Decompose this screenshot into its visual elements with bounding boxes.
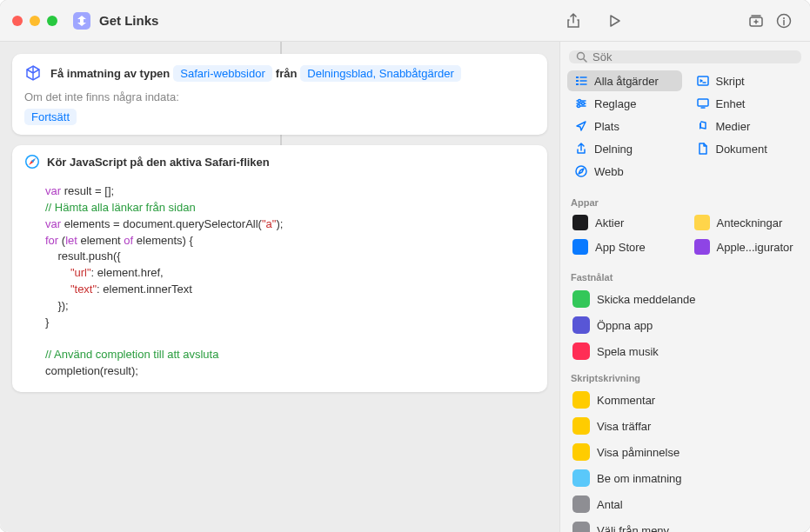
category-delning[interactable]: Delning — [567, 138, 682, 159]
action-item[interactable]: Be om inmatning — [560, 465, 810, 491]
svg-point-15 — [576, 166, 586, 176]
category-label: Enhet — [716, 97, 746, 110]
run-button[interactable] — [601, 9, 629, 33]
input-source-token[interactable]: Delningsblad, Snabbåtgärder — [300, 65, 460, 82]
category-label: Alla åtgärder — [594, 75, 659, 88]
action-icon — [572, 290, 590, 308]
svg-point-13 — [578, 105, 580, 108]
window-title: Get Links — [99, 13, 158, 28]
category-label: Skript — [716, 75, 745, 88]
app-label: Aktier — [595, 216, 624, 229]
traffic-lights — [12, 16, 57, 26]
action-icon — [572, 391, 590, 409]
close-button[interactable] — [12, 16, 23, 26]
doc-icon — [696, 142, 710, 156]
category-alla-åtgärder[interactable]: Alla åtgärder — [567, 70, 682, 91]
action-label: Kommentar — [597, 394, 655, 407]
app-item[interactable]: App Store — [567, 236, 682, 258]
action-label: Be om inmatning — [597, 472, 682, 485]
category-medier[interactable]: Medier — [689, 116, 804, 136]
action-icon — [572, 342, 590, 360]
action-item[interactable]: Öppna app — [560, 312, 810, 338]
titlebar: Get Links — [0, 0, 810, 42]
svg-point-3 — [783, 17, 785, 19]
svg-point-12 — [582, 103, 585, 105]
actions-sidebar: Alla åtgärderSkriptReglageEnhetPlatsMedi… — [559, 42, 810, 532]
svg-rect-8 — [576, 80, 579, 82]
safari-icon — [574, 164, 588, 178]
search-field[interactable] — [569, 50, 801, 63]
input-type-token[interactable]: Safari-webbsidor — [173, 65, 272, 82]
action-item[interactable]: Skicka meddelande — [560, 286, 810, 312]
maximize-button[interactable] — [47, 16, 57, 26]
action-icon — [572, 417, 590, 435]
safari-icon — [24, 154, 40, 170]
pinned-list: Skicka meddelandeÖppna appSpela musik — [560, 286, 810, 364]
app-item[interactable]: Apple...igurator — [689, 236, 804, 258]
action-item[interactable]: Visa påminnelse — [560, 439, 810, 465]
app-icon — [694, 239, 710, 255]
svg-rect-10 — [698, 76, 708, 85]
app-icon — [572, 215, 588, 230]
svg-rect-9 — [576, 83, 579, 85]
category-label: Delning — [594, 143, 633, 156]
action-label: Skicka meddelande — [597, 293, 695, 306]
category-plats[interactable]: Plats — [567, 116, 682, 136]
apps-header: Appar — [560, 189, 810, 211]
action-item[interactable]: Visa träffar — [560, 413, 810, 439]
category-label: Webb — [594, 165, 624, 178]
apps-grid: AktierAnteckningarApp StoreApple...igura… — [560, 211, 810, 258]
share-icon — [574, 142, 588, 156]
category-webb[interactable]: Webb — [567, 161, 682, 182]
app-item[interactable]: Aktier — [567, 211, 682, 234]
library-button[interactable] — [742, 9, 770, 33]
code-editor[interactable]: var result = []; // Hämta alla länkar fr… — [12, 178, 547, 392]
list-icon — [574, 74, 588, 88]
category-label: Reglage — [594, 97, 636, 110]
pinned-header: Fastnålat — [560, 263, 810, 286]
js-action-title: Kör JavaScript på den aktiva Safari-flik… — [47, 156, 270, 169]
search-input[interactable] — [592, 50, 794, 63]
action-label: Antal — [597, 498, 623, 511]
action-item[interactable]: Spela musik — [560, 338, 810, 364]
action-icon — [572, 316, 590, 334]
app-icon — [572, 239, 588, 255]
category-grid: Alla åtgärderSkriptReglageEnhetPlatsMedi… — [560, 70, 810, 189]
category-label: Dokument — [716, 143, 767, 156]
search-icon — [576, 51, 587, 63]
scripting-list: KommentarVisa träffarVisa påminnelseBe o… — [560, 387, 810, 532]
share-button[interactable] — [559, 9, 587, 33]
svg-rect-14 — [698, 99, 708, 106]
category-enhet[interactable]: Enhet — [689, 93, 804, 114]
action-item[interactable]: Välj från meny — [560, 517, 810, 532]
app-label: Apple...igurator — [717, 241, 793, 254]
category-label: Medier — [716, 120, 751, 133]
info-button[interactable] — [770, 9, 798, 33]
app-item[interactable]: Anteckningar — [689, 211, 804, 234]
action-item[interactable]: Kommentar — [560, 387, 810, 413]
action-label: Öppna app — [597, 319, 653, 332]
action-icon — [572, 443, 590, 461]
action-label: Spela musik — [597, 345, 659, 358]
category-reglage[interactable]: Reglage — [567, 93, 682, 114]
action-item[interactable]: Antal — [560, 491, 810, 517]
svg-point-11 — [579, 100, 581, 103]
run-javascript-card[interactable]: Kör JavaScript på den aktiva Safari-flik… — [12, 145, 547, 392]
input-action-card[interactable]: Få inmatning av typen Safari-webbsidor f… — [12, 54, 547, 135]
minimize-button[interactable] — [30, 16, 40, 26]
terminal-icon — [696, 74, 710, 88]
action-icon — [572, 469, 590, 487]
shortcut-icon — [73, 12, 90, 30]
action-icon — [572, 495, 590, 513]
app-icon — [694, 215, 710, 230]
action-label: Välj från meny — [597, 524, 669, 533]
category-dokument[interactable]: Dokument — [689, 138, 804, 159]
category-label: Plats — [594, 120, 619, 133]
svg-point-6 — [578, 53, 585, 60]
action-label: Visa träffar — [597, 420, 651, 433]
svg-rect-7 — [576, 76, 579, 78]
workflow-canvas[interactable]: Få inmatning av typen Safari-webbsidor f… — [0, 42, 559, 532]
action-icon — [572, 522, 590, 532]
continue-token[interactable]: Fortsätt — [24, 109, 77, 125]
category-skript[interactable]: Skript — [689, 70, 804, 91]
